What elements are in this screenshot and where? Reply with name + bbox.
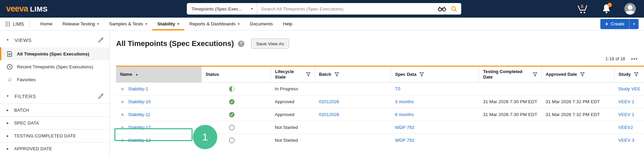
spec-data-link[interactable]: 3 months (395, 99, 414, 104)
filter-funnel-icon[interactable] (533, 72, 537, 77)
nav-item-reports-dashboards[interactable]: Reports & Dashboards▾ (184, 18, 245, 30)
filters-list: ▸BATCH▸SPEC DATA▸TESTING COMPLETED DATE▸… (0, 104, 109, 155)
table-row-stability-10: ★Stability-10✓Approved020120263 months31… (116, 95, 644, 108)
nav-item-label: Stability (157, 21, 175, 26)
study-link[interactable]: VEEV 1 (618, 99, 634, 104)
batch-link[interactable]: 02012026 (319, 99, 339, 104)
app-grid-icon[interactable] (5, 22, 10, 26)
lifecycle-state-cell: Approved (271, 108, 315, 121)
column-header-status[interactable]: Status (201, 66, 271, 83)
approved-date-cell: 31 Mar 2026 7:32 PM EDT (541, 108, 614, 121)
search-input[interactable] (257, 6, 438, 12)
views-section-header[interactable]: ▾ VIEWS (0, 32, 109, 47)
nav-item-samples-tests[interactable]: Samples & Tests▾ (104, 18, 152, 30)
name-link[interactable]: Stability-12 (128, 125, 151, 130)
spec-data-link[interactable]: WDP 792 (395, 138, 415, 143)
filter-item-spec-data[interactable]: ▸SPEC DATA (0, 116, 109, 129)
notifications-button[interactable] (602, 4, 611, 14)
binoculars-icon[interactable] (438, 6, 446, 12)
create-dropdown-button[interactable]: ▾ (629, 19, 639, 29)
nav-item-label: Release Testing (63, 21, 95, 26)
avatar[interactable] (624, 3, 636, 15)
cart-button[interactable]: 0 (576, 3, 589, 14)
column-header-study[interactable]: Study (614, 66, 644, 83)
filter-funnel-icon[interactable] (580, 72, 585, 77)
chevron-right-icon: ▸ (7, 147, 9, 151)
search-icon[interactable] (451, 6, 457, 12)
logo-veeva-text: veeva (6, 4, 28, 14)
column-header-testing-completed-date[interactable]: Testing Completed Date (479, 66, 541, 83)
overflow-menu-icon[interactable]: ••• (631, 56, 638, 61)
testing-completed-cell (479, 134, 541, 147)
sidebar-view-all-timepoints-spec-executions[interactable]: All Timepoints (Spec Executions) (0, 47, 109, 60)
view-label: Favorites (17, 77, 36, 82)
lifecycle-state-cell: In Progress (271, 83, 315, 95)
batch-link[interactable]: 02012026 (319, 112, 339, 117)
view-label: Recent Timepoints (Spec Executions) (17, 64, 93, 69)
search-scope-dropdown[interactable]: Timepoints (Spec Exec... ▾ (187, 3, 257, 15)
nav-item-home[interactable]: Home (35, 18, 58, 30)
column-header-approved-date[interactable]: Approved Date (541, 66, 614, 83)
star-icon: ☆ (7, 77, 13, 83)
sidebar-view-recent-timepoints-spec-executi[interactable]: Recent Timepoints (Spec Executions) (0, 60, 109, 73)
name-link[interactable]: Stability-10 (128, 99, 151, 104)
favorite-star-icon[interactable]: ★ (120, 125, 125, 131)
filter-item-approved-date[interactable]: ▸APPROVED DATE (0, 142, 109, 155)
column-label: Name (120, 72, 132, 77)
column-label: Approved Date (546, 72, 577, 77)
nav-divider (29, 20, 30, 28)
favorite-star-icon[interactable]: ★ (120, 99, 125, 105)
name-link[interactable]: Stability-13 (128, 138, 151, 143)
study-link[interactable]: VEEV 3 (618, 138, 634, 143)
study-cell: VEEV 1 (614, 108, 644, 121)
nav-item-help[interactable]: Help (278, 18, 297, 30)
filter-funnel-icon[interactable] (334, 72, 339, 77)
study-link[interactable]: Study VEE (618, 86, 640, 91)
edit-filters-pencil-icon[interactable] (98, 93, 103, 99)
favorite-star-icon[interactable]: ★ (120, 137, 125, 143)
column-header-batch[interactable]: Batch (315, 66, 391, 83)
help-icon[interactable]: ? (238, 41, 244, 47)
filter-item-testing-completed-date[interactable]: ▸TESTING COMPLETED DATE (0, 129, 109, 142)
filter-funnel-icon[interactable] (419, 72, 424, 77)
spec-data-link[interactable]: T0 (395, 86, 400, 91)
filters-section-header[interactable]: ▾ FILTERS (0, 89, 109, 104)
favorite-star-icon[interactable]: ★ (120, 86, 125, 92)
filter-funnel-icon[interactable] (306, 72, 311, 77)
app-label[interactable]: LIMS (13, 21, 24, 27)
name-link[interactable]: Stability-11 (128, 112, 150, 117)
study-link[interactable]: VEEV 1 (618, 112, 634, 117)
plus-icon: + (605, 21, 608, 27)
nav-item-stability[interactable]: Stability▾ (152, 18, 184, 30)
chevron-down-icon: ▾ (177, 22, 179, 26)
filter-label: TESTING COMPLETED DATE (14, 133, 76, 138)
approved-date-cell (541, 121, 614, 134)
spec-data-link[interactable]: WDP 792 (395, 125, 415, 130)
save-view-as-button[interactable]: Save View As (251, 39, 289, 49)
lifecycle-state-cell: Approved (271, 95, 315, 108)
filter-label: APPROVED DATE (14, 146, 52, 151)
veeva-lims-logo[interactable]: veeva LIMS (6, 4, 48, 14)
study-link[interactable]: VEEV2 (618, 125, 633, 130)
spec-data-link[interactable]: 6 months (395, 112, 414, 117)
spec-data-cell: WDP 792 (391, 121, 479, 134)
nav-item-release-testing[interactable]: Release Testing▾ (58, 18, 104, 30)
sidebar-view-favorites[interactable]: ☆Favorites (0, 73, 109, 86)
veeva-lims-screen: veeva LIMS Timepoints (Spec Exec... ▾ (0, 0, 644, 157)
filters-header-label: FILTERS (15, 93, 98, 99)
column-header-name[interactable]: Name▲ (116, 66, 201, 83)
batch-cell (315, 83, 391, 95)
filter-funnel-icon[interactable] (634, 72, 639, 77)
testing-completed-cell (479, 83, 541, 95)
favorite-star-icon[interactable]: ★ (120, 112, 125, 118)
spec-data-cell: T0 (391, 83, 479, 95)
column-header-spec-data[interactable]: Spec Data (391, 66, 479, 83)
name-link[interactable]: Stability-1 (128, 86, 148, 91)
create-button[interactable]: + Create ▾ (600, 19, 639, 29)
edit-views-pencil-icon[interactable] (98, 37, 103, 43)
column-header-lifecycle-state[interactable]: Lifecycle State (271, 66, 315, 83)
nav-item-documents[interactable]: Documents (245, 18, 278, 30)
filter-item-batch[interactable]: ▸BATCH (0, 104, 109, 116)
column-label: Testing Completed Date (483, 69, 530, 80)
study-cell: VEEV 1 (614, 95, 644, 108)
